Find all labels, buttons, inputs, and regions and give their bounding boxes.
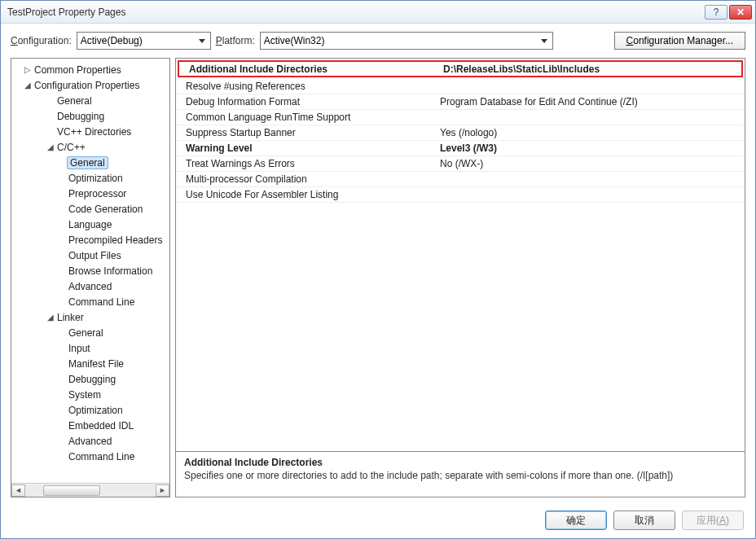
property-name: Debug Information Format [176,96,437,107]
tree-item[interactable]: Browse Information [11,263,169,278]
window-title: TestProject Property Pages [7,7,705,18]
property-value[interactable]: Yes (/nologo) [437,127,745,138]
tree-item[interactable]: Preprocessor [11,186,169,201]
property-value[interactable]: Program Database for Edit And Continue (… [437,96,745,107]
property-row[interactable]: Treat Warnings As ErrorsNo (/WX-) [176,156,745,172]
property-name: Suppress Startup Banner [176,127,437,138]
description-title: Additional Include Directories [184,457,736,468]
close-icon: ✕ [736,7,745,18]
tree-item-label: Advanced [67,436,113,447]
tree-item[interactable]: General [11,155,169,170]
tree-item[interactable]: Output Files [11,248,169,263]
tree-item-label: Configuration Properties [33,80,141,91]
property-name: Use Unicode For Assembler Listing [176,189,437,200]
tree-item[interactable]: Embedded IDL [11,418,169,433]
tree-item-label: Preprocessor [67,188,128,199]
tree-item-label: Command Line [67,296,136,308]
tree-item-label: Browse Information [67,265,154,277]
help-button[interactable]: ? [705,5,727,20]
property-row[interactable]: Common Language RunTime Support [176,110,745,125]
tree-twisty-icon[interactable]: ◢ [46,313,55,322]
tree-horizontal-scrollbar[interactable]: ◄ ► [11,483,169,497]
tree-item[interactable]: Debugging [11,371,169,387]
apply-button: 应用(A) [682,511,744,530]
property-name: Multi-processor Compilation [176,173,437,185]
tree-item[interactable]: VC++ Directories [11,124,169,139]
config-toolbar: Configuration: Active(Debug) Platform: A… [1,24,755,58]
property-grid-panel: Additional Include DirectoriesD:\Release… [175,58,745,497]
tree-item-label: VC++ Directories [55,126,133,138]
tree-item[interactable]: General [11,325,169,340]
tree-item[interactable]: System [11,387,169,402]
property-name: Resolve #using References [176,81,437,92]
tree-item[interactable]: Advanced [11,278,169,294]
property-row[interactable]: Debug Information FormatProgram Database… [176,94,745,110]
description-body: Specifies one or more directories to add… [184,470,736,481]
tree-item[interactable]: ◢Configuration Properties [11,77,169,93]
dialog-buttons: 确定 取消 应用(A) [1,502,755,538]
property-row[interactable]: Multi-processor Compilation [176,172,745,187]
tree-item-label: Optimization [67,405,125,416]
tree-item[interactable]: ▷Common Properties [11,62,169,77]
property-row[interactable]: Warning LevelLevel3 (/W3) [176,141,745,156]
tree-item[interactable]: Debugging [11,108,169,124]
tree-item[interactable]: Optimization [11,170,169,186]
property-name: Warning Level [176,142,437,154]
tree-item-label: C/C++ [55,142,87,153]
scroll-thumb[interactable] [43,485,100,496]
scroll-track[interactable] [25,484,156,497]
tree-item-label: Debugging [55,111,106,122]
property-row[interactable]: Suppress Startup BannerYes (/nologo) [176,125,745,141]
tree-item-label: Advanced [67,281,113,292]
property-name: Common Language RunTime Support [176,112,437,123]
tree-twisty-icon[interactable]: ◢ [23,81,33,90]
property-grid[interactable]: Additional Include DirectoriesD:\Release… [176,59,745,451]
tree-item[interactable]: General [11,93,169,108]
ok-button[interactable]: 确定 [545,511,607,530]
scroll-left-button[interactable]: ◄ [11,484,25,497]
chevron-down-icon [537,33,552,48]
tree-item[interactable]: ◢Linker [11,309,169,325]
tree-item-label: System [67,389,103,401]
tree-item-label: Code Generation [67,204,144,215]
tree-item[interactable]: Optimization [11,402,169,418]
tree-item[interactable]: Language [11,217,169,232]
description-panel: Additional Include Directories Specifies… [176,451,745,497]
configuration-manager-button[interactable]: Configuration Manager... [614,32,745,50]
tree-body[interactable]: ▷Common Properties◢Configuration Propert… [11,59,169,483]
configuration-dropdown[interactable]: Active(Debug) [77,32,211,50]
help-icon: ? [714,7,719,18]
cancel-button[interactable]: 取消 [613,511,675,530]
tree-item[interactable]: Command Line [11,449,169,464]
tree-item-label: Linker [55,312,86,323]
property-name: Treat Warnings As Errors [176,158,437,169]
property-value[interactable]: Level3 (/W3) [437,142,745,154]
tree-item-label: Input [67,343,92,354]
tree-item[interactable]: Code Generation [11,201,169,217]
property-row[interactable]: Additional Include DirectoriesD:\Release… [178,60,743,77]
property-value[interactable]: No (/WX-) [437,158,745,169]
tree-item[interactable]: Command Line [11,294,169,309]
tree-item-label: Common Properties [33,64,123,76]
scroll-right-button[interactable]: ► [156,484,169,497]
tree-item-label: Embedded IDL [67,420,135,432]
platform-dropdown[interactable]: Active(Win32) [260,32,553,50]
tree-item[interactable]: Advanced [11,433,169,449]
tree-item-label: Output Files [67,250,123,261]
property-name: Additional Include Directories [179,64,440,75]
tree-twisty-icon[interactable]: ◢ [46,142,55,151]
titlebar: TestProject Property Pages ? ✕ [1,1,755,24]
tree-twisty-icon[interactable]: ▷ [23,65,33,74]
property-row[interactable]: Use Unicode For Assembler Listing [176,187,745,203]
property-pages-dialog: TestProject Property Pages ? ✕ Configura… [0,0,756,539]
tree-item[interactable]: ◢C/C++ [11,139,169,155]
tree-item[interactable]: Input [11,340,169,356]
tree-item-label: Language [67,219,113,230]
property-row[interactable]: Resolve #using References [176,79,745,94]
chevron-down-icon [195,33,209,48]
tree-item[interactable]: Manifest File [11,356,169,371]
property-value[interactable]: D:\ReleaseLibs\StaticLib\Includes [440,64,741,75]
tree-item[interactable]: Precompiled Headers [11,232,169,248]
close-button[interactable]: ✕ [729,5,752,20]
tree-item-label: Optimization [67,173,125,184]
